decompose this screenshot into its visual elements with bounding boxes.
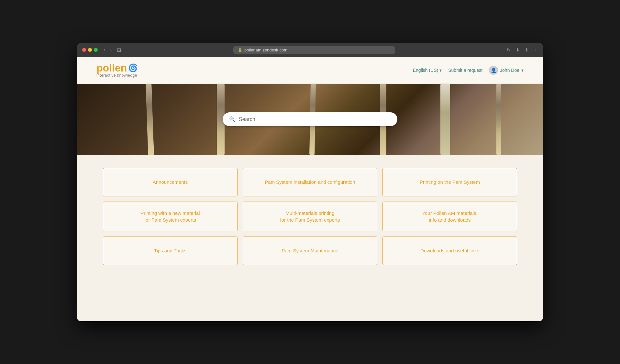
card-label: Downloads and useful links: [420, 247, 479, 254]
card-printing-new-material[interactable]: Printing with a new material for Pam Sys…: [103, 202, 238, 231]
logo-swirl-icon: 🌀: [128, 63, 138, 72]
reload-button[interactable]: ↻: [505, 47, 512, 53]
card-label: Printing on the Pam System: [420, 179, 480, 185]
url-text: pollenam.zendesk.com: [244, 48, 287, 52]
card-label: Announcements: [153, 179, 188, 185]
search-container: 🔍: [77, 84, 543, 155]
language-selector[interactable]: English (US) ▾: [413, 68, 442, 73]
card-printing-pam[interactable]: Printing on the Pam System: [382, 168, 517, 196]
browser-actions: ↻ ⬇ ⬆ +: [505, 47, 538, 53]
search-bar: 🔍: [223, 112, 397, 126]
download-button[interactable]: ⬇: [515, 47, 521, 53]
logo-subtitle: interactive knowledge: [96, 73, 138, 78]
share-button[interactable]: ⬆: [524, 47, 530, 53]
address-bar[interactable]: 🔒 pollenam.zendesk.com: [233, 46, 395, 54]
browser-chrome: ‹ › ⊞ 🔒 pollenam.zendesk.com ↻ ⬇ ⬆ +: [77, 43, 543, 57]
card-maintenance[interactable]: Pam System Maintenance: [243, 237, 377, 265]
card-label: Pam System installation and configuratio…: [265, 179, 355, 185]
browser-content: pollen 🌀 interactive knowledge English (…: [77, 57, 543, 321]
card-label: Your Pollen AM materials, info and downl…: [422, 210, 477, 223]
forward-button[interactable]: ›: [108, 46, 114, 54]
card-label: Printing with a new material for Pam Sys…: [140, 210, 200, 223]
language-label: English (US): [413, 68, 438, 73]
logo-area: pollen 🌀 interactive knowledge: [96, 63, 138, 78]
header-nav: English (US) ▾ Submit a request 👤 John D…: [413, 66, 524, 75]
card-label: Tips and Tricks: [154, 247, 186, 254]
maximize-button[interactable]: [94, 48, 98, 52]
browser-window: ‹ › ⊞ 🔒 pollenam.zendesk.com ↻ ⬇ ⬆ + pol…: [77, 43, 543, 321]
card-pollen-materials[interactable]: Your Pollen AM materials, info and downl…: [382, 202, 517, 231]
chevron-down-icon: ▾: [439, 68, 442, 73]
back-button[interactable]: ‹: [102, 46, 107, 54]
traffic-lights: [82, 48, 98, 52]
user-chevron-icon: ▾: [521, 68, 524, 73]
card-multi-materials[interactable]: Multi-materials printing for the Pam Sys…: [243, 202, 377, 231]
sidebar-toggle[interactable]: ⊞: [115, 46, 123, 54]
lock-icon: 🔒: [238, 48, 242, 52]
address-bar-wrapper: 🔒 pollenam.zendesk.com: [127, 46, 501, 54]
new-tab-button[interactable]: +: [533, 47, 538, 53]
user-menu[interactable]: 👤 John Doe ▾: [489, 66, 524, 75]
card-label: Pam System Maintenance: [282, 247, 338, 254]
minimize-button[interactable]: [88, 48, 92, 52]
submit-request-link[interactable]: Submit a request: [448, 68, 482, 73]
search-icon: 🔍: [229, 116, 236, 122]
card-announcements[interactable]: Announcements: [103, 168, 238, 196]
main-content: AnnouncementsPam System installation and…: [77, 155, 543, 284]
cards-grid: AnnouncementsPam System installation and…: [103, 168, 517, 265]
search-input[interactable]: [239, 116, 391, 122]
avatar: 👤: [489, 66, 498, 75]
hero-banner: 🔍: [77, 84, 543, 155]
card-tips-tricks[interactable]: Tips and Tricks: [103, 237, 238, 265]
card-pam-installation[interactable]: Pam System installation and configuratio…: [243, 168, 377, 196]
card-downloads[interactable]: Downloads and useful links: [382, 237, 517, 265]
card-label: Multi-materials printing for the Pam Sys…: [280, 210, 340, 223]
site-header: pollen 🌀 interactive knowledge English (…: [77, 57, 543, 84]
user-name: John Doe: [500, 68, 519, 73]
close-button[interactable]: [82, 48, 86, 52]
logo-name: pollen: [96, 63, 127, 73]
nav-buttons: ‹ › ⊞: [102, 46, 123, 54]
